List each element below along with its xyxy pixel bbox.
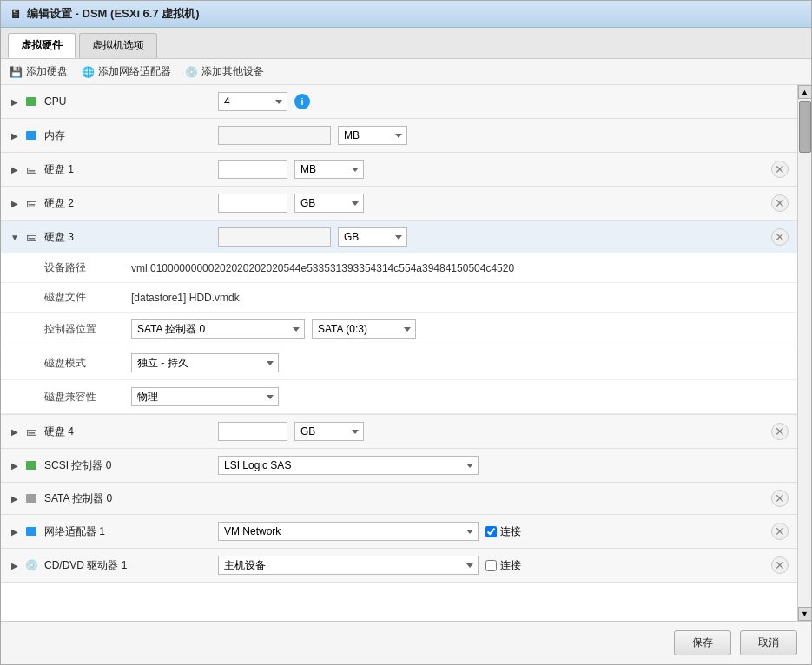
memory-icon bbox=[23, 129, 39, 142]
cddvd-row-header: ▶ 💿 CD/DVD 驱动器 1 主机设备 连接 ✕ bbox=[1, 549, 797, 582]
network-connect-checkbox[interactable] bbox=[485, 526, 497, 537]
network-row: ▶ 网络适配器 1 VM Network 连接 ✕ bbox=[1, 515, 797, 549]
cpu-info-icon[interactable]: i bbox=[294, 94, 310, 109]
disk1-row-header: ▶ 🖴 硬盘 1 50 MB GB ✕ bbox=[1, 153, 797, 186]
disk2-delete-button[interactable]: ✕ bbox=[771, 194, 789, 212]
cddvd-expand[interactable]: ▶ bbox=[10, 560, 20, 570]
disk3-expand[interactable]: ▼ bbox=[10, 232, 20, 242]
add-disk-button[interactable]: 💾 添加硬盘 bbox=[10, 64, 68, 79]
scroll-down-arrow[interactable]: ▼ bbox=[798, 607, 812, 621]
disk3-value[interactable]: 465.76174 bbox=[218, 227, 331, 247]
main-window: 🖥 编辑设置 - DSM (ESXi 6.7 虚拟机) 虚拟硬件 虚拟机选项 💾… bbox=[0, 0, 812, 665]
cpu-label: CPU bbox=[44, 95, 218, 108]
disk1-unit-select[interactable]: MB GB bbox=[294, 160, 364, 179]
disk2-unit-select[interactable]: GB MB bbox=[294, 194, 364, 213]
sata-icon bbox=[23, 492, 39, 504]
cddvd-row: ▶ 💿 CD/DVD 驱动器 1 主机设备 连接 ✕ bbox=[1, 549, 797, 583]
memory-row-header: ▶ 内存 1024 MB GB bbox=[1, 119, 797, 152]
memory-value[interactable]: 1024 bbox=[218, 126, 331, 145]
disk3-controller-port-select[interactable]: SATA (0:3) bbox=[312, 319, 416, 339]
disk3-controller-row: 控制器位置 SATA 控制器 0 SATA (0:3) bbox=[1, 313, 797, 346]
disk3-compat-row: 磁盘兼容性 物理 bbox=[1, 380, 797, 414]
disk1-row: ▶ 🖴 硬盘 1 50 MB GB ✕ bbox=[1, 153, 797, 187]
disk3-diskmode-row: 磁盘模式 独立 - 持久 bbox=[1, 346, 797, 380]
sata-delete-button[interactable]: ✕ bbox=[771, 490, 789, 507]
add-network-button[interactable]: 🌐 添加网络适配器 bbox=[82, 64, 171, 79]
disk1-expand[interactable]: ▶ bbox=[10, 164, 20, 174]
tabs-bar: 虚拟硬件 虚拟机选项 bbox=[1, 28, 811, 59]
add-network-label: 添加网络适配器 bbox=[98, 64, 171, 79]
disk3-controller-label: 控制器位置 bbox=[44, 322, 131, 337]
network-label: 网络适配器 1 bbox=[44, 524, 218, 539]
memory-unit-select[interactable]: MB GB bbox=[338, 126, 407, 145]
network-expand[interactable]: ▶ bbox=[10, 526, 20, 537]
tab-options[interactable]: 虚拟机选项 bbox=[79, 33, 157, 58]
sata-expand[interactable]: ▶ bbox=[10, 493, 20, 504]
scsi-row: ▶ SCSI 控制器 0 LSI Logic SAS bbox=[1, 449, 797, 483]
scsi-type-select[interactable]: LSI Logic SAS bbox=[218, 456, 479, 475]
scroll-area[interactable]: ▶ CPU 4 1 2 8 i bbox=[1, 85, 797, 621]
cpu-count-select[interactable]: 4 1 2 8 bbox=[218, 92, 287, 111]
disk2-expand[interactable]: ▶ bbox=[10, 198, 20, 208]
disk1-label: 硬盘 1 bbox=[44, 162, 218, 177]
add-network-icon: 🌐 bbox=[82, 66, 95, 78]
cpu-expand[interactable]: ▶ bbox=[10, 96, 20, 107]
toolbar: 💾 添加硬盘 🌐 添加网络适配器 💿 添加其他设备 bbox=[1, 59, 811, 85]
cddvd-connect-checkbox[interactable] bbox=[485, 560, 497, 571]
network-delete-button[interactable]: ✕ bbox=[771, 523, 789, 540]
disk3-unit-select[interactable]: GB MB bbox=[338, 227, 407, 247]
cancel-button[interactable]: 取消 bbox=[740, 630, 797, 655]
disk1-controls: 50 MB GB bbox=[218, 160, 771, 179]
tab-hardware[interactable]: 虚拟硬件 bbox=[8, 33, 76, 58]
scsi-row-header: ▶ SCSI 控制器 0 LSI Logic SAS bbox=[1, 449, 797, 482]
disk3-delete-button[interactable]: ✕ bbox=[771, 228, 789, 246]
disk4-row-header: ▶ 🖴 硬盘 4 10 GB MB ✕ bbox=[1, 415, 797, 448]
disk4-delete-button[interactable]: ✕ bbox=[771, 423, 789, 440]
disk3-disk-file-value: [datastore1] HDD.vmdk bbox=[131, 292, 240, 304]
save-button[interactable]: 保存 bbox=[674, 630, 731, 655]
add-disk-icon: 💾 bbox=[10, 66, 23, 78]
network-connect-label: 连接 bbox=[500, 524, 521, 539]
disk3-diskmode-label: 磁盘模式 bbox=[44, 356, 131, 371]
scrollbar[interactable]: ▲ ▼ bbox=[797, 85, 811, 621]
disk1-delete-button[interactable]: ✕ bbox=[771, 161, 789, 178]
cddvd-value-select[interactable]: 主机设备 bbox=[218, 556, 479, 575]
disk3-compat-label: 磁盘兼容性 bbox=[44, 390, 131, 405]
cddvd-label: CD/DVD 驱动器 1 bbox=[44, 558, 218, 573]
disk4-unit-select[interactable]: GB MB bbox=[294, 422, 364, 441]
scroll-up-arrow[interactable]: ▲ bbox=[798, 85, 812, 99]
disk4-expand[interactable]: ▶ bbox=[10, 426, 20, 437]
disk3-label: 硬盘 3 bbox=[44, 230, 218, 245]
scsi-expand[interactable]: ▶ bbox=[10, 460, 20, 471]
add-other-button[interactable]: 💿 添加其他设备 bbox=[185, 64, 264, 79]
disk3-device-path-label: 设备路径 bbox=[44, 260, 131, 275]
cddvd-icon: 💿 bbox=[23, 559, 39, 571]
scroll-thumb[interactable] bbox=[799, 101, 811, 153]
memory-expand[interactable]: ▶ bbox=[10, 130, 20, 141]
disk3-compat-select[interactable]: 物理 bbox=[131, 387, 279, 406]
scsi-label: SCSI 控制器 0 bbox=[44, 458, 218, 473]
disk3-controller-controls: SATA 控制器 0 SATA (0:3) bbox=[131, 319, 416, 339]
sata-row: ▶ SATA 控制器 0 ✕ bbox=[1, 483, 797, 515]
cddvd-controls: 主机设备 连接 bbox=[218, 556, 771, 575]
disk3-disk-file-row: 磁盘文件 [datastore1] HDD.vmdk bbox=[1, 283, 797, 313]
disk2-controls: 30 GB MB bbox=[218, 194, 771, 213]
disk3-disk-file-label: 磁盘文件 bbox=[44, 290, 131, 305]
disk3-controls: 465.76174 GB MB bbox=[218, 227, 771, 247]
scsi-controls: LSI Logic SAS bbox=[218, 456, 789, 475]
disk2-value[interactable]: 30 bbox=[218, 194, 287, 213]
network-value-select[interactable]: VM Network bbox=[218, 522, 479, 541]
cddvd-delete-button[interactable]: ✕ bbox=[771, 556, 789, 574]
cddvd-connect-wrap: 连接 bbox=[485, 558, 521, 573]
disk3-controller-type-select[interactable]: SATA 控制器 0 bbox=[131, 319, 305, 339]
title-icon: 🖥 bbox=[10, 7, 22, 21]
disk4-value[interactable]: 10 bbox=[218, 422, 287, 441]
add-other-label: 添加其他设备 bbox=[201, 64, 264, 79]
disk2-row-header: ▶ 🖴 硬盘 2 30 GB MB ✕ bbox=[1, 187, 797, 220]
disk3-row: ▼ 🖴 硬盘 3 465.76174 GB MB ✕ 设备路径 v bbox=[1, 221, 797, 415]
network-row-header: ▶ 网络适配器 1 VM Network 连接 ✕ bbox=[1, 515, 797, 548]
disk3-diskmode-select[interactable]: 独立 - 持久 bbox=[131, 353, 279, 372]
sata-label: SATA 控制器 0 bbox=[44, 491, 218, 506]
disk1-value[interactable]: 50 bbox=[218, 160, 287, 179]
footer: 保存 取消 bbox=[1, 621, 811, 664]
